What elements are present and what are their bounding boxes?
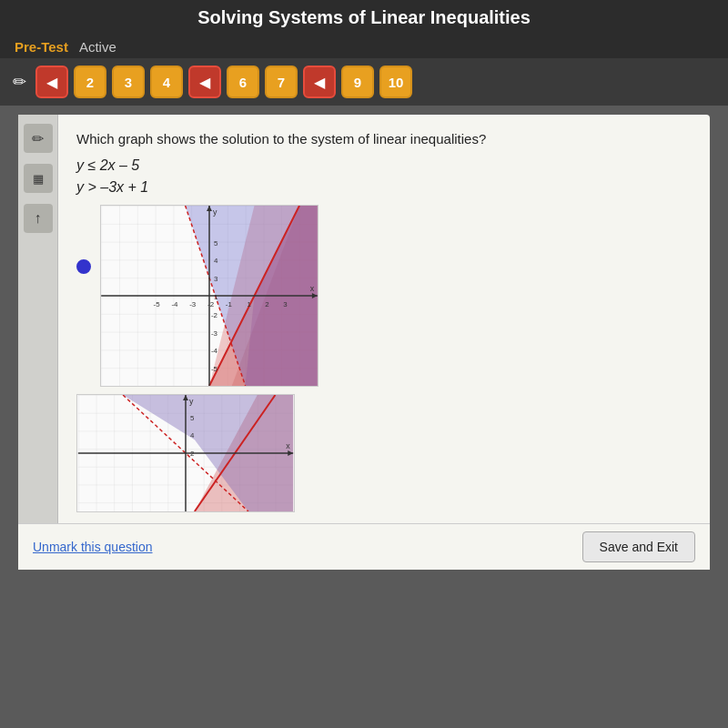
nav-4-button[interactable]: 4 xyxy=(150,66,183,98)
save-exit-button[interactable]: Save and Exit xyxy=(582,531,695,562)
arrow-up-button[interactable]: ↑ xyxy=(24,204,53,233)
svg-text:2: 2 xyxy=(265,300,268,308)
nav-back-2-button[interactable]: ◀ xyxy=(188,66,221,98)
sub-header: Pre-Test Active xyxy=(0,35,728,58)
nav-7-button[interactable]: 7 xyxy=(265,66,298,98)
nav-10-button[interactable]: 10 xyxy=(379,66,412,98)
svg-text:-5: -5 xyxy=(211,365,218,373)
nav-back-1-button[interactable]: ◀ xyxy=(35,66,68,98)
inequality-2: y > –3x + 1 xyxy=(76,179,692,196)
footer-bar: Unmark this question Save and Exit xyxy=(18,523,710,570)
content-area: Which graph shows the solution to the sy… xyxy=(58,115,710,523)
graph-option-1: x y -5 -4 -3 -2 -1 1 2 3 5 xyxy=(76,205,692,387)
svg-text:-5: -5 xyxy=(154,300,161,308)
svg-text:5: 5 xyxy=(214,239,218,248)
svg-text:-2: -2 xyxy=(211,311,217,319)
toolbar: ✏ ◀ 2 3 4 ◀ 6 7 ◀ 9 10 xyxy=(0,58,728,106)
svg-text:-3: -3 xyxy=(189,300,197,308)
svg-text:-4: -4 xyxy=(171,300,178,308)
unmark-question-button[interactable]: Unmark this question xyxy=(33,540,153,554)
svg-text:y: y xyxy=(213,207,217,217)
active-label: Active xyxy=(79,39,116,55)
nav-2-button[interactable]: 2 xyxy=(74,66,106,98)
graphs-container: x y -5 -4 -3 -2 -1 1 2 3 5 xyxy=(76,205,692,512)
pencil-tool-button[interactable]: ✏ xyxy=(9,68,30,96)
svg-text:4: 4 xyxy=(190,431,195,440)
pencil-icon-button[interactable]: ✏ xyxy=(24,124,53,153)
inequality-1: y ≤ 2x – 5 xyxy=(76,157,692,174)
graph-2-svg: x y 5 4 2 xyxy=(77,395,294,511)
top-header: Solving Systems of Linear Inequalities xyxy=(0,0,728,35)
page-title: Solving Systems of Linear Inequalities xyxy=(197,7,531,27)
nav-3-button[interactable]: 3 xyxy=(112,66,145,98)
svg-text:x: x xyxy=(310,284,315,293)
svg-text:y: y xyxy=(189,397,194,406)
radio-1[interactable] xyxy=(76,259,91,274)
question-text: Which graph shows the solution to the sy… xyxy=(76,131,692,147)
svg-text:x: x xyxy=(286,441,290,450)
svg-text:3: 3 xyxy=(283,300,288,308)
graph-1-canvas: x y -5 -4 -3 -2 -1 1 2 3 5 xyxy=(100,205,318,387)
nav-back-3-button[interactable]: ◀ xyxy=(303,66,336,98)
graph-2-canvas: x y 5 4 2 xyxy=(76,394,295,512)
nav-9-button[interactable]: 9 xyxy=(341,66,374,98)
graph-option-2: x y 5 4 2 xyxy=(76,394,692,512)
nav-6-button[interactable]: 6 xyxy=(227,66,259,98)
svg-text:3: 3 xyxy=(214,275,218,283)
svg-text:5: 5 xyxy=(190,414,195,422)
svg-text:-4: -4 xyxy=(211,347,218,355)
pre-test-label: Pre-Test xyxy=(15,39,68,55)
calculator-button[interactable]: ▦ xyxy=(24,164,53,193)
svg-text:2: 2 xyxy=(190,450,194,458)
svg-text:1: 1 xyxy=(214,293,218,301)
graph-1-svg: x y -5 -4 -3 -2 -1 1 2 3 5 xyxy=(101,206,318,386)
svg-text:-1: -1 xyxy=(226,300,233,308)
svg-text:-3: -3 xyxy=(211,329,218,338)
svg-text:4: 4 xyxy=(214,257,218,265)
svg-text:-2: -2 xyxy=(207,300,214,308)
main-panel: ✏ ▦ ↑ Which graph shows the solution to … xyxy=(18,115,710,570)
left-tools: ✏ ▦ ↑ xyxy=(18,115,58,523)
svg-text:1: 1 xyxy=(248,300,252,308)
